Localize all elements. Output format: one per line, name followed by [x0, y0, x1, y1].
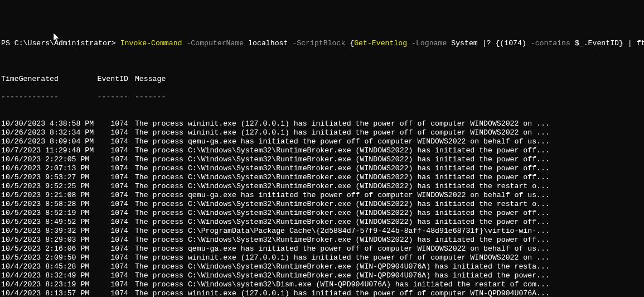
cell-eventid: 1074 [95, 128, 130, 137]
arg-localhost: localhost [248, 39, 288, 47]
cell-eventid: 1074 [95, 253, 130, 262]
cell-message: The process qemu-ga.exe has initiated th… [135, 245, 550, 253]
command-line: PS C:\Users\Administrator> Invoke-Comman… [1, 39, 643, 48]
pipeline-var: $_ [575, 39, 584, 47]
table-row: 10/5/2023 8:49:52 PM1074 The process C:\… [1, 218, 643, 227]
table-row: 10/4/2023 8:23:19 PM1074 The process C:\… [1, 280, 643, 289]
cell-eventid: 1074 [95, 280, 130, 289]
pipe-ft: | ft [628, 39, 644, 47]
param-logname: -Logname [407, 39, 451, 47]
cell-time: 10/5/2023 2:09:50 PM [1, 253, 95, 262]
cell-message: The process C:\Windows\System32\RuntimeB… [135, 164, 550, 173]
table-row: 10/5/2023 9:53:27 PM1074 The process C:\… [1, 173, 643, 182]
cell-eventid: 1074 [95, 155, 130, 164]
cell-time: 10/7/2023 11:29:48 PM [1, 146, 95, 155]
cell-message: The process C:\Windows\System32\RuntimeB… [135, 271, 550, 280]
cell-eventid: 1074 [95, 271, 130, 280]
filter-contains: -contains [526, 39, 575, 47]
table-row: 10/26/2023 8:09:04 PM1074 The process qe… [1, 137, 643, 146]
cell-time: 10/5/2023 9:52:25 PM [1, 182, 95, 191]
underline-message: ------- [135, 93, 166, 102]
cell-eventid: 1074 [95, 146, 130, 155]
header-eventid: EventID [95, 75, 130, 84]
arg-system: System [451, 39, 482, 47]
cell-time: 10/5/2023 2:16:06 PM [1, 245, 95, 253]
filter-number: (1074) [500, 39, 526, 47]
cell-message: The process C:\ProgramData\Package Cache… [135, 227, 550, 236]
cell-message: The process C:\Windows\System32\RuntimeB… [135, 146, 550, 155]
table-row: 10/5/2023 2:09:50 PM1074 The process win… [1, 253, 643, 262]
cell-time: 10/5/2023 8:49:52 PM [1, 218, 95, 227]
cell-time: 10/30/2023 4:38:58 PM [1, 119, 95, 128]
param-computername: -ComputerName [182, 39, 248, 47]
table-body: 10/30/2023 4:38:58 PM1074 The process wi… [1, 119, 643, 297]
cell-time: 10/5/2023 8:52:19 PM [1, 209, 95, 218]
cell-message: The process C:\Windows\system32\Dism.exe… [135, 280, 550, 289]
table-row: 10/5/2023 8:39:32 PM1074 The process C:\… [1, 227, 643, 236]
cell-eventid: 1074 [95, 173, 130, 182]
table-header: TimeGeneratedEventID Message [1, 75, 643, 84]
cell-time: 10/26/2023 8:09:04 PM [1, 137, 95, 146]
cell-time: 10/4/2023 8:13:57 PM [1, 289, 95, 297]
underline-time: ------------- [1, 93, 95, 102]
cell-message: The process C:\Windows\System32\RuntimeB… [135, 173, 550, 182]
table-row: 10/5/2023 8:58:28 PM1074 The process C:\… [1, 200, 643, 209]
cell-message: The process wininit.exe (127.0.0.1) has … [135, 128, 550, 137]
table-row: 10/5/2023 8:52:19 PM1074 The process C:\… [1, 209, 643, 218]
table-row: 10/5/2023 2:16:06 PM1074 The process qem… [1, 245, 643, 253]
table-row: 10/5/2023 9:52:25 PM1074 The process C:\… [1, 182, 643, 191]
cell-time: 10/6/2023 2:22:05 PM [1, 155, 95, 164]
cell-message: The process C:\Windows\System32\RuntimeB… [135, 262, 550, 271]
table-row: 10/6/2023 2:07:13 PM1074 The process C:\… [1, 164, 643, 173]
cell-message: The process qemu-ga.exe has initiated th… [135, 191, 550, 200]
cell-message: The process C:\Windows\System32\RuntimeB… [135, 209, 550, 218]
cell-message: The process C:\Windows\System32\RuntimeB… [135, 182, 550, 191]
underline-eventid: ------- [95, 93, 130, 102]
cell-eventid: 1074 [95, 182, 130, 191]
cell-eventid: 1074 [95, 137, 130, 146]
cell-message: The process C:\Windows\System32\RuntimeB… [135, 218, 550, 227]
cell-time: 10/5/2023 9:53:27 PM [1, 173, 95, 182]
cell-eventid: 1074 [95, 209, 130, 218]
table-row: 10/6/2023 2:22:05 PM1074 The process C:\… [1, 155, 643, 164]
cell-eventid: 1074 [95, 191, 130, 200]
table-underline: -------------------- ------- [1, 93, 643, 102]
cell-message: The process C:\Windows\System32\RuntimeB… [135, 236, 550, 245]
header-time: TimeGenerated [1, 75, 95, 84]
brace-open: { [350, 39, 354, 47]
cell-time: 10/5/2023 8:29:03 PM [1, 236, 95, 245]
table-row: 10/5/2023 8:29:03 PM1074 The process C:\… [1, 236, 643, 245]
cell-time: 10/4/2023 8:32:49 PM [1, 271, 95, 280]
filter-prop: .EventID} [584, 39, 628, 47]
header-message: Message [135, 75, 166, 84]
cmdlet-geteventlog: Get-Eventlog [354, 39, 407, 47]
cell-eventid: 1074 [95, 200, 130, 209]
param-scriptblock: -ScriptBlock [288, 39, 350, 47]
cell-message: The process wininit.exe (127.0.0.1) has … [135, 289, 550, 297]
table-row: 10/4/2023 8:32:49 PM1074 The process C:\… [1, 271, 643, 280]
cell-message: The process C:\Windows\System32\RuntimeB… [135, 155, 550, 164]
table-row: 10/4/2023 8:45:28 PM1074 The process C:\… [1, 262, 643, 271]
cell-time: 10/5/2023 8:58:28 PM [1, 200, 95, 209]
cmdlet-invoke: Invoke-Command [120, 39, 182, 47]
cell-message: The process wininit.exe (127.0.0.1) has … [135, 119, 550, 128]
cell-eventid: 1074 [95, 245, 130, 253]
table-row: 10/4/2023 8:13:57 PM1074 The process win… [1, 289, 643, 297]
cell-eventid: 1074 [95, 164, 130, 173]
cell-time: 10/4/2023 8:23:19 PM [1, 280, 95, 289]
table-row: 10/5/2023 9:21:08 PM1074 The process qem… [1, 191, 643, 200]
cell-message: The process wininit.exe (127.0.0.1) has … [135, 253, 550, 262]
cell-eventid: 1074 [95, 119, 130, 128]
cell-time: 10/26/2023 8:32:34 PM [1, 128, 95, 137]
cell-eventid: 1074 [95, 262, 130, 271]
cell-eventid: 1074 [95, 218, 130, 227]
cell-eventid: 1074 [95, 227, 130, 236]
cell-eventid: 1074 [95, 289, 130, 297]
cell-time: 10/4/2023 8:45:28 PM [1, 262, 95, 271]
table-row: 10/30/2023 4:38:58 PM1074 The process wi… [1, 119, 643, 128]
cell-eventid: 1074 [95, 236, 130, 245]
table-row: 10/26/2023 8:32:34 PM1074 The process wi… [1, 128, 643, 137]
prompt-prefix: PS C:\Users\Administrator> [1, 39, 120, 47]
cell-message: The process qemu-ga.exe has initiated th… [135, 137, 550, 146]
pipe-where: |? { [482, 39, 500, 47]
